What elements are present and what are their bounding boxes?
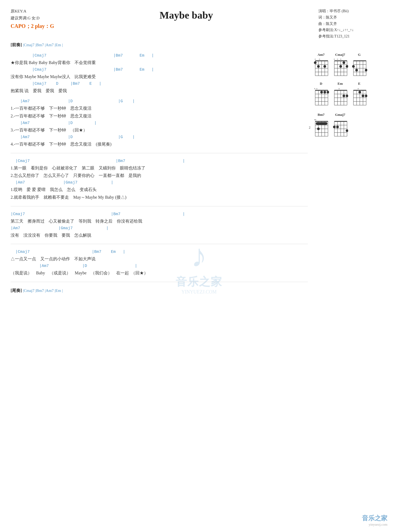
separator	[11, 244, 308, 244]
svg-point-58	[327, 91, 329, 93]
main-content: |Cmaj7 |Bm7 Em | ★你是我 Baby Baby Baby背着你 …	[11, 53, 387, 298]
lyric-row: 2.怎么又想你了 怎么又开心了 只要你的心 一直都一直都 是我的	[11, 172, 308, 180]
diagram-em: Em o	[332, 82, 348, 108]
lyric-row: 抱紧我 说 爱我 爱我 爱我	[11, 87, 308, 95]
svg-text:x: x	[315, 118, 316, 121]
chord-svg-am7: o o	[313, 58, 329, 77]
diagram-gmaj7: Gmaj7	[332, 113, 348, 139]
outro-chords: |Cmaj7 |Bm7 |Am7 |Em |	[23, 288, 63, 293]
svg-point-41	[352, 65, 355, 68]
lyricist: 词：陈又齐	[318, 14, 387, 21]
svg-rect-98	[316, 122, 327, 125]
lyric-row: △一点又一点 又一点的小动作 不如大声说	[11, 255, 308, 263]
svg-text:o: o	[358, 87, 359, 90]
svg-point-112	[346, 129, 348, 132]
finger-pattern: 参考指法:T123_121	[318, 33, 387, 40]
svg-point-29	[339, 65, 342, 68]
lyric-row: 3.-一百年都还不够 下一秒钟 （回★）	[11, 126, 308, 134]
lyric-row: 1.第一眼 看到是你 心就被溶化了 第二眼 又瞄到你 眼睛也结冻了	[11, 164, 308, 172]
chord-row: |Cmaj7 |Bm7 |	[11, 211, 308, 218]
section-bracket-intro: [前奏]	[11, 42, 22, 47]
lyric-row: 没有 没没没有 你要我 要我 怎么解脱	[11, 232, 308, 239]
svg-point-28	[343, 61, 345, 64]
svg-text:o: o	[337, 58, 338, 60]
chord-row: |Am7 |D |G |	[11, 134, 308, 141]
svg-point-83	[358, 91, 361, 93]
svg-point-13	[317, 65, 320, 68]
lyric-block-outro: [尾奏] |Cmaj7 |Bm7 |Am7 |Em |	[11, 287, 308, 295]
footer-logo-url: yinyuezj.com	[362, 522, 387, 527]
chord-row: |Cmaj7 |Bm7 Em |	[11, 67, 308, 73]
diagram-d: D x o	[313, 82, 329, 108]
chord-row: |Am7 |D |	[11, 263, 308, 269]
chord-row: |Am7 |Gmaj7 |	[11, 180, 308, 186]
diagrams-row-1: Am7 o o	[313, 53, 387, 77]
lyric-block-2: |Cmaj7 |Bm7 | 1.第一眼 看到是你 心就被溶化了 第二眼 又瞄到你…	[11, 158, 308, 201]
svg-point-14	[323, 65, 326, 68]
footer-logo: 音乐之家 yinyuezj.com	[362, 514, 387, 527]
diagram-cmaj7: Cmaj7 o o o	[332, 53, 348, 77]
outro-line: [尾奏] |Cmaj7 |Bm7 |Am7 |Em |	[11, 287, 308, 295]
chord-svg-bm7: x x	[313, 118, 329, 139]
svg-point-111	[336, 126, 339, 128]
svg-point-43	[365, 69, 367, 71]
chord-svg-e: o	[351, 87, 367, 108]
chord-svg-cmaj7: o o o	[332, 58, 348, 77]
separator	[11, 206, 308, 206]
capo-line: CAPO；2 play：G	[11, 22, 54, 31]
svg-point-110	[333, 126, 336, 128]
lyric-row: 2.-一百年都还不够 下一秒钟 思念又復活	[11, 112, 308, 120]
separator	[11, 153, 308, 153]
lyric-row: （我是说） Baby （或是说） Maybe （我们会） 在一起 （回★）	[11, 269, 308, 277]
header-left: 原KEY:A 建议男调:G 女:D CAPO；2 play：G	[11, 8, 54, 40]
lyric-block-3: |Cmaj7 |Bm7 | 第三天 擦身而过 心又被偷走了 等到我 转身之后 你…	[11, 211, 308, 239]
suggested-key: 建议男调:G 女:D	[11, 15, 54, 22]
strum-pattern: 参考刷法:X↑↓_↓↑↑_↑↓	[318, 27, 387, 33]
chord-svg-g	[351, 58, 367, 77]
lyric-block-verse1: |Am7 |D |G | 1.-一百年都还不够 下一秒钟 思念又復活 2.-一百…	[11, 98, 308, 148]
intro-chords: |Cmaj7 |Bm7 |Am7 |Em |	[23, 43, 63, 47]
diagram-am7: Am7 o o	[313, 53, 329, 77]
svg-point-84	[362, 95, 364, 97]
diagram-g: G	[351, 53, 367, 77]
svg-point-30	[346, 65, 348, 68]
chord-row: |Cmaj7 |Bm7 Em |	[11, 249, 308, 255]
svg-text:o: o	[339, 87, 340, 90]
footer-logo-text: 音乐之家	[362, 514, 387, 522]
lyric-row: 没有你 Maybe Maybe Maybe没人 比我更难受	[11, 73, 308, 81]
page-title: Maybe baby	[54, 8, 318, 40]
lyric-row: 4.-一百年都还不够 下一秒钟 思念又復活 (接尾奏)	[11, 141, 308, 148]
header: 原KEY:A 建议男调:G 女:D CAPO；2 play：G Maybe ba…	[11, 8, 387, 40]
diagrams-row-2: D x o	[313, 82, 387, 108]
chord-row: |Cmaj7 D |Bm7 E |	[11, 81, 308, 87]
chord-svg-em: o	[332, 87, 348, 108]
svg-text:o: o	[319, 58, 320, 60]
svg-text:o: o	[340, 58, 341, 60]
chord-row: |Am7 |D |G |	[11, 98, 308, 105]
chord-row: |Cmaj7 |Bm7 Em |	[11, 53, 308, 59]
chord-row: |Am7 |Gmaj7 |	[11, 225, 308, 232]
intro-line: [前奏] |Cmaj7 |Bm7 |Am7 |Em |	[11, 42, 387, 48]
section-bracket-outro: [尾奏]	[11, 288, 22, 293]
chord-svg-d: x o	[313, 87, 329, 108]
chord-row: |Cmaj7 |Bm7 |	[11, 158, 308, 164]
diagram-e: E o	[351, 82, 367, 108]
svg-text:o: o	[316, 87, 317, 90]
svg-point-70	[343, 95, 345, 97]
svg-point-56	[320, 91, 323, 93]
lyric-row: 1.-一百年都还不够 下一秒钟 思念又復活	[11, 105, 308, 112]
svg-point-99	[317, 127, 320, 130]
original-key: 原KEY:A	[11, 8, 54, 15]
diagram-bm7: Bm7 2 x x	[313, 113, 329, 139]
svg-point-57	[323, 91, 326, 93]
svg-point-85	[365, 95, 367, 97]
chord-diagrams: Am7 o o	[313, 53, 387, 298]
lyric-row: 第三天 擦身而过 心又被偷走了 等到我 转身之后 你没有还给我	[11, 218, 308, 225]
svg-text:o: o	[334, 58, 335, 60]
svg-text:x: x	[314, 87, 315, 90]
header-right: 演唱：毕书尽 (Bii) 词：陈又齐 曲：陈又齐 参考刷法:X↑↓_↓↑↑_↑↓…	[318, 8, 387, 40]
separator	[11, 282, 308, 282]
chord-svg-gmaj7	[332, 118, 348, 139]
lyric-row: 2.就牵着我的手 就赖着不要走 May～Maybe My Baby (接△)	[11, 194, 308, 201]
singer: 演唱：毕书尽 (Bii)	[318, 8, 387, 14]
